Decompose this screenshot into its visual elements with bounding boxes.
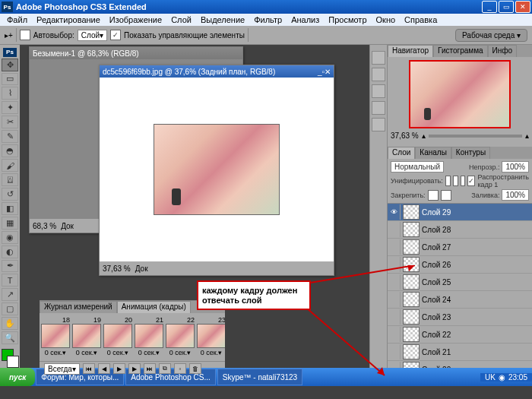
animation-frame[interactable]: 190 сек.▾ — [72, 316, 101, 358]
brush-tool[interactable]: 🖌 — [2, 159, 18, 172]
navigator-thumbnail[interactable] — [409, 60, 511, 128]
blur-tool[interactable]: ◉ — [2, 231, 18, 244]
layer-row[interactable]: Слой 23 — [388, 309, 532, 326]
visibility-icon[interactable] — [388, 239, 401, 255]
propagate-checkbox[interactable] — [467, 176, 475, 186]
unify-icon-2[interactable] — [453, 176, 458, 186]
animation-frame[interactable]: 180 сек.▾ — [41, 316, 70, 358]
layer-thumbnail[interactable] — [403, 239, 420, 255]
pen-tool[interactable]: ✒ — [2, 260, 18, 273]
animation-frame[interactable]: 220 сек.▾ — [166, 316, 195, 358]
layer-row[interactable]: Слой 27 — [388, 239, 532, 256]
layer-row[interactable]: Слой 22 — [388, 326, 532, 344]
animation-frame[interactable]: 200 сек.▾ — [103, 316, 132, 358]
tab-navigator[interactable]: Навигатор — [388, 45, 433, 57]
layer-row[interactable]: Слой 20 — [388, 361, 532, 368]
marquee-tool[interactable]: ▭ — [2, 73, 18, 86]
layer-thumbnail[interactable] — [403, 292, 420, 307]
visibility-icon[interactable]: 👁 — [388, 204, 401, 220]
dock-button-1[interactable] — [372, 51, 385, 65]
healing-tool[interactable]: ◓ — [2, 144, 18, 157]
layer-row[interactable]: Слой 21 — [388, 344, 532, 361]
history-brush-tool[interactable]: ↺ — [2, 188, 18, 201]
path-tool[interactable]: ↗ — [2, 288, 18, 301]
menu-filter[interactable]: Фильтр — [250, 15, 286, 24]
lasso-tool[interactable]: ⌇ — [2, 87, 18, 100]
crop-tool[interactable]: ✂ — [2, 116, 18, 128]
nav-zoom[interactable]: 37,63 % — [391, 131, 419, 140]
autoselect-select[interactable]: Слой ▾ — [78, 30, 107, 41]
menu-file[interactable]: Файл — [3, 15, 31, 24]
wand-tool[interactable]: ✦ — [2, 101, 18, 114]
workspace-button[interactable]: Рабочая среда ▾ — [455, 29, 527, 42]
menu-view[interactable]: Просмотр — [325, 15, 370, 24]
layer-thumbnail[interactable] — [403, 204, 420, 220]
new-frame-button[interactable]: ▫ — [174, 363, 186, 374]
tab-histogram[interactable]: Гистограмма — [433, 45, 488, 57]
dock-button-3[interactable] — [372, 84, 385, 98]
delete-frame-button[interactable]: 🗑 — [189, 363, 201, 374]
tween-button[interactable]: ⧉ — [159, 363, 171, 374]
opacity-input[interactable]: 100% — [502, 161, 529, 173]
layer-thumbnail[interactable] — [403, 344, 420, 359]
zoom-slider[interactable] — [429, 135, 522, 138]
document-window-2[interactable]: dc5c596f69bb.jpg @ 37,6% (Задний план, R… — [99, 65, 334, 276]
layer-thumbnail[interactable] — [403, 222, 420, 237]
menu-window[interactable]: Окно — [372, 15, 400, 24]
unify-icon-1[interactable] — [445, 176, 451, 186]
layer-thumbnail[interactable] — [403, 362, 420, 368]
menu-layer[interactable]: Слой — [167, 15, 195, 24]
shape-tool[interactable]: ▢ — [2, 302, 18, 315]
show-controls-checkbox[interactable] — [110, 30, 121, 40]
menu-select[interactable]: Выделение — [197, 15, 249, 24]
minimize-button[interactable]: _ — [482, 1, 497, 13]
play-button[interactable]: ▶ — [113, 363, 125, 374]
lock-pixels-icon[interactable] — [428, 190, 439, 201]
tab-paths[interactable]: Контуры — [451, 147, 490, 159]
doc2-zoom[interactable]: 37,63 % — [103, 264, 131, 273]
dock-button-4[interactable] — [372, 101, 385, 115]
move-tool[interactable]: ✥ — [2, 59, 18, 71]
maximize-button[interactable]: ▭ — [499, 1, 514, 13]
layer-row[interactable]: 👁Слой 29 — [388, 204, 532, 221]
first-frame-button[interactable]: ⏮ — [83, 363, 95, 374]
layer-row[interactable]: Слой 28 — [388, 221, 532, 239]
blend-mode-select[interactable]: Нормальный — [391, 161, 444, 173]
eraser-tool[interactable]: ◧ — [2, 202, 18, 215]
zoom-out-icon[interactable]: ▴ — [422, 131, 426, 140]
eyedropper-tool[interactable]: ✎ — [2, 130, 18, 143]
zoom-tool[interactable]: 🔍 — [2, 331, 18, 344]
start-button[interactable]: пуск — [0, 368, 35, 386]
tray-icon[interactable]: ◉ — [499, 373, 505, 382]
dock-button-2[interactable] — [372, 68, 385, 81]
doc2-titlebar[interactable]: dc5c596f69bb.jpg @ 37,6% (Задний план, R… — [100, 65, 334, 78]
tab-history-log[interactable]: Журнал измерений — [40, 301, 117, 313]
animation-frame[interactable]: 210 сек.▾ — [135, 316, 163, 358]
dodge-tool[interactable]: ◐ — [2, 245, 18, 258]
last-frame-button[interactable]: ⏭ — [144, 363, 156, 374]
lock-position-icon[interactable] — [441, 190, 451, 201]
dock-button-5[interactable] — [372, 118, 385, 131]
doc1-titlebar[interactable]: Безымени-1 @ 68,3% (RGB/8) — [30, 47, 242, 59]
animation-frame[interactable]: 230 сек.▾ — [197, 316, 225, 358]
stamp-tool[interactable]: ⍍ — [2, 173, 18, 186]
layer-row[interactable]: Слой 24 — [388, 291, 532, 309]
menu-help[interactable]: Справка — [401, 15, 441, 24]
fill-input[interactable]: 100% — [502, 189, 529, 201]
menu-analysis[interactable]: Анализ — [287, 15, 323, 24]
menu-edit[interactable]: Редактирование — [33, 15, 104, 24]
tab-layers[interactable]: Слои — [388, 147, 415, 159]
tab-animation[interactable]: Анимация (кадры) — [117, 301, 191, 313]
doc1-zoom[interactable]: 68,3 % — [33, 222, 56, 230]
visibility-icon[interactable] — [388, 222, 401, 237]
unify-icon-3[interactable] — [461, 176, 466, 186]
taskbar-item-skype[interactable]: Skype™ - natali73123 — [217, 369, 302, 385]
loop-select[interactable]: Всегда▾ — [44, 363, 80, 375]
hand-tool[interactable]: ✋ — [2, 317, 18, 330]
doc2-close-icon[interactable]: ✕ — [325, 68, 331, 76]
menu-image[interactable]: Изображение — [106, 15, 166, 24]
layer-thumbnail[interactable] — [403, 309, 420, 325]
zoom-in-icon[interactable]: ▴ — [525, 131, 529, 140]
tab-info[interactable]: Инфо — [488, 45, 518, 57]
tab-channels[interactable]: Каналы — [415, 147, 451, 159]
